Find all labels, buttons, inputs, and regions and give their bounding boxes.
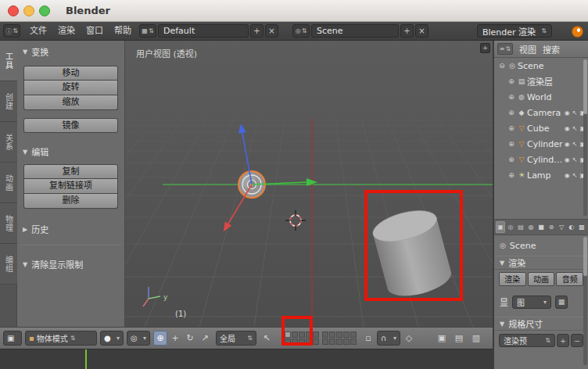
- delete-button[interactable]: 删除: [23, 194, 118, 209]
- delete-scene-button[interactable]: ×: [415, 24, 428, 38]
- editor-type-selector[interactable]: ⓘ⇅: [3, 24, 20, 38]
- timeline-playhead[interactable]: [85, 349, 87, 369]
- tab-object[interactable]: ■: [536, 221, 546, 233]
- view3d-editor-type-button[interactable]: ▣: [3, 331, 22, 346]
- tab-physics[interactable]: 物理: [0, 203, 17, 244]
- select-cursor-icon[interactable]: ↖: [260, 331, 274, 346]
- restrict-view-eye-icon[interactable]: ◉: [565, 141, 570, 148]
- layer-button[interactable]: [336, 331, 342, 338]
- add-layout-button[interactable]: +: [250, 24, 264, 38]
- menu-render[interactable]: 渲染: [53, 22, 80, 40]
- mode-dropdown[interactable]: ▪ 物体模式 ⇅: [25, 331, 97, 346]
- render-sequence-icon[interactable]: ▤: [452, 331, 466, 346]
- properties-scrollbar[interactable]: [583, 237, 587, 365]
- restrict-select-icon[interactable]: ↖: [572, 156, 578, 163]
- outliner-row-camera[interactable]: ⊕ ◆ Camera ◉↖▣: [494, 105, 588, 120]
- render-preset-dropdown[interactable]: 渲染预⇅: [499, 334, 555, 347]
- scale-button[interactable]: 缩放: [23, 95, 118, 110]
- outliner-row-cube[interactable]: ⊕ ▽ Cube ◉↖▣: [494, 120, 588, 136]
- region-expand-button[interactable]: +: [480, 43, 490, 53]
- layer-button[interactable]: [322, 339, 328, 345]
- tab-tools[interactable]: 工具: [0, 41, 17, 81]
- panel-header-dimensions[interactable]: ▼ 规格尺寸: [494, 317, 588, 331]
- snap-magnet-dropdown[interactable]: ∩▾: [377, 331, 400, 346]
- layer-button[interactable]: [343, 339, 350, 345]
- minimize-window-button[interactable]: [23, 5, 34, 16]
- tab-scene[interactable]: ◎: [506, 221, 515, 233]
- maximize-window-button[interactable]: [39, 5, 50, 16]
- orientation-dropdown[interactable]: 全局⇅: [216, 331, 256, 346]
- outliner-menu-search[interactable]: 搜索: [543, 43, 560, 56]
- layer-button[interactable]: [329, 339, 335, 345]
- outliner-scrollbar[interactable]: [583, 59, 587, 216]
- tab-create[interactable]: 创建: [0, 81, 17, 122]
- scene-browse-button[interactable]: ◎⇅: [292, 24, 310, 38]
- snap-element-icon[interactable]: ◇: [402, 331, 416, 346]
- layer-button[interactable]: [336, 339, 342, 345]
- translate-manipulator-toggle[interactable]: +: [168, 331, 182, 346]
- render-image-button[interactable]: 渲染: [499, 272, 526, 286]
- outliner-row-cylinder-001[interactable]: ⊕ ▽ Cylinder.001 ◉↖▣: [494, 152, 588, 167]
- engine-dropdown[interactable]: Blender 渲染⇅: [477, 24, 552, 38]
- outliner-menu-view[interactable]: 视图: [519, 43, 536, 56]
- panel-header-history[interactable]: ▶历史: [17, 221, 124, 237]
- layer-button[interactable]: [313, 339, 319, 345]
- restrict-select-icon[interactable]: ↖: [572, 141, 578, 148]
- expander-icon[interactable]: ⊕: [507, 156, 516, 163]
- panel-header-edit[interactable]: ▼编辑: [17, 144, 124, 159]
- expander-icon[interactable]: ⊖: [497, 62, 507, 70]
- delete-layout-button[interactable]: ×: [265, 24, 278, 38]
- expander-icon[interactable]: ⊕: [507, 109, 516, 116]
- manipulator-toggle[interactable]: ⊕: [153, 331, 167, 346]
- tab-render[interactable]: ▣: [496, 221, 505, 233]
- tab-object-data[interactable]: ▽: [557, 221, 566, 233]
- tab-modifiers[interactable]: ⊛: [547, 221, 556, 233]
- layer-button[interactable]: [350, 339, 357, 345]
- lock-icon[interactable]: ▫: [361, 331, 375, 346]
- tab-relations[interactable]: 关系: [0, 122, 17, 163]
- add-scene-button[interactable]: +: [400, 24, 414, 38]
- render-audio-button[interactable]: 音频: [556, 272, 583, 286]
- layer-button[interactable]: [313, 331, 319, 338]
- tab-texture[interactable]: ▩: [577, 221, 586, 233]
- scale-manipulator-toggle[interactable]: ↗: [198, 331, 212, 346]
- translate-button[interactable]: 移动: [23, 66, 118, 81]
- restrict-view-eye-icon[interactable]: ◉: [565, 109, 570, 116]
- display-dropdown[interactable]: 图▾: [512, 296, 551, 309]
- expander-icon[interactable]: ⊕: [507, 140, 516, 148]
- panel-header-transform[interactable]: ▼变换: [17, 44, 124, 59]
- restrict-select-icon[interactable]: ↖: [572, 125, 578, 132]
- layout-name-field[interactable]: Default: [158, 24, 249, 38]
- tab-render-layers[interactable]: ▤: [516, 221, 525, 233]
- layer-button[interactable]: [343, 331, 350, 338]
- expander-icon[interactable]: ⊕: [507, 77, 516, 85]
- menu-help[interactable]: 帮助: [109, 22, 136, 40]
- scene-name-field[interactable]: Scene: [311, 24, 399, 38]
- scrollbar-thumb[interactable]: [583, 237, 587, 276]
- restrict-select-icon[interactable]: ↖: [572, 172, 578, 179]
- panel-header-render[interactable]: ▼ 渲染: [494, 256, 588, 270]
- render-opengl-icon[interactable]: ▣: [435, 331, 449, 346]
- tab-animation[interactable]: 动画: [0, 163, 17, 203]
- outliner-row-lamp[interactable]: ⊕ ☀ Lamp ◉↖▣: [494, 167, 588, 183]
- outliner-row-renderlayers[interactable]: ⊕ ▤ 渲染层: [494, 73, 588, 89]
- restrict-view-eye-icon[interactable]: ◉: [565, 172, 570, 179]
- restrict-view-eye-icon[interactable]: ◉: [565, 125, 570, 132]
- scrollbar-thumb[interactable]: [583, 59, 587, 114]
- duplicate-linked-button[interactable]: 复制链接项: [23, 179, 118, 194]
- expander-icon[interactable]: ⊕: [507, 171, 516, 179]
- outliner-row-scene[interactable]: ⊖ ◎ Scene: [494, 58, 588, 73]
- outliner-row-world[interactable]: ⊕ ◍ World: [494, 89, 588, 105]
- layer-button[interactable]: [350, 331, 357, 338]
- restrict-select-icon[interactable]: ↖: [572, 109, 578, 116]
- panel-header-clear-restrict[interactable]: ▼清除显示限制: [17, 256, 124, 272]
- layer-button[interactable]: [322, 331, 328, 338]
- remove-preset-button[interactable]: −: [571, 334, 583, 347]
- outliner-editor-type-button[interactable]: ≡⇅: [497, 43, 513, 55]
- timeline[interactable]: [0, 349, 493, 369]
- expander-icon[interactable]: ⊕: [507, 124, 516, 132]
- layout-browse-button[interactable]: ▦⇅: [139, 24, 156, 38]
- outliner-row-cylinder[interactable]: ⊕ ▽ Cylinder ◉↖▣: [494, 136, 588, 152]
- render-still-icon[interactable]: ▥: [469, 331, 483, 346]
- menu-file[interactable]: 文件: [25, 22, 52, 40]
